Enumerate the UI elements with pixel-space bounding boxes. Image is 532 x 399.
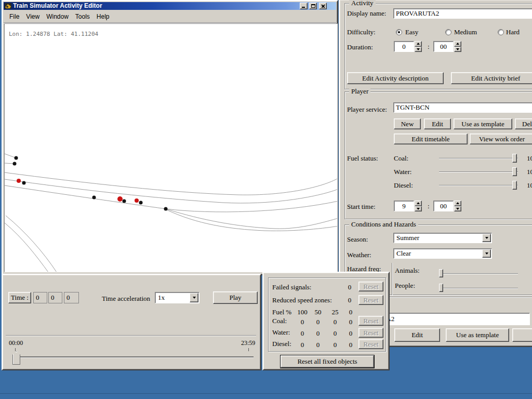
water-val-0: 0 xyxy=(345,329,356,338)
edit-timetable-button[interactable]: Edit timetable xyxy=(394,134,468,144)
animals-slider-thumb[interactable] xyxy=(439,269,443,277)
window-title: Train Simulator Activity Editor xyxy=(13,2,102,9)
player-use-as-template-button[interactable]: Use as template xyxy=(454,118,512,129)
spin-down-icon xyxy=(454,47,461,52)
start-time-colon: : xyxy=(428,202,430,210)
fuel-water-slider-track[interactable] xyxy=(439,171,518,172)
menu-file[interactable]: File xyxy=(9,13,19,20)
activity-group-label: Activity xyxy=(349,0,376,7)
route-canvas[interactable]: Lon: 1.24878 Lat: 41.11204 xyxy=(4,23,338,272)
fuel-coal-value: 100 xyxy=(527,154,532,163)
reduced-speed-zones-reset-button[interactable]: Reset xyxy=(358,295,383,305)
menu-window[interactable]: Window xyxy=(46,13,69,20)
fuel-water-value: 100 xyxy=(527,168,532,176)
diesel-val-50: 0 xyxy=(312,341,324,349)
menu-view[interactable]: View xyxy=(26,13,39,20)
weather-dropdown[interactable]: Clear xyxy=(393,248,492,259)
coal-val-25: 0 xyxy=(328,318,342,326)
maximize-button[interactable] xyxy=(309,3,317,9)
people-slider-thumb[interactable] xyxy=(439,284,443,292)
difficulty-radio-hard[interactable] xyxy=(498,29,504,35)
service-new-button[interactable]: New xyxy=(512,328,532,342)
fuel-diesel-slider-thumb[interactable] xyxy=(512,181,517,190)
title-bar[interactable]: Train Simulator Activity Editor xyxy=(4,2,336,10)
player-edit-button[interactable]: Edit xyxy=(424,118,451,129)
time-hours-field[interactable]: 0 xyxy=(33,292,47,303)
player-new-button[interactable]: New xyxy=(394,118,421,129)
diesel-reset-button[interactable]: Reset xyxy=(358,339,383,349)
fuel-col-25: 25 xyxy=(328,308,342,316)
fuel-col-100: 100 xyxy=(295,308,310,316)
menu-help[interactable]: Help xyxy=(97,13,110,20)
chevron-down-icon[interactable] xyxy=(190,293,198,302)
fuel-percent-label: Fuel % xyxy=(272,308,291,316)
weather-label: Weather: xyxy=(347,251,371,259)
people-slider-track[interactable] xyxy=(439,288,518,289)
menu-bar: File View Window Tools Help xyxy=(4,10,336,22)
fuel-diesel-value: 100 xyxy=(527,181,532,190)
service-use-as-template-button[interactable]: Use as template xyxy=(446,328,509,342)
time-acceleration-label: Time acceleration xyxy=(102,295,150,303)
fuel-coal-slider-track[interactable] xyxy=(439,158,518,159)
start-hours-spinner[interactable]: 9 xyxy=(394,201,422,211)
start-minutes-spinner[interactable]: 00 xyxy=(433,201,461,211)
start-time-label: Start time: xyxy=(347,203,376,211)
minimize-button[interactable] xyxy=(300,3,308,9)
editor-window: Train Simulator Activity Editor File Vie… xyxy=(2,0,338,275)
animals-label: Animals: xyxy=(395,267,420,275)
difficulty-radio-easy[interactable] xyxy=(396,29,402,35)
fuel-diesel-label: Diesel: xyxy=(394,181,413,190)
chevron-down-icon[interactable] xyxy=(482,234,491,242)
play-button[interactable]: Play xyxy=(213,291,258,304)
season-dropdown[interactable]: Summer xyxy=(393,233,492,243)
coal-reset-button[interactable]: Reset xyxy=(358,316,383,326)
fuel-water-label: Water: xyxy=(394,168,411,176)
fuel-coal-label: Coal: xyxy=(394,154,408,163)
fuel-col-0: 0 xyxy=(345,308,356,316)
time-seconds-field[interactable]: 0 xyxy=(64,292,79,303)
water-val-50: 0 xyxy=(312,329,324,338)
player-delete-button[interactable]: Delete xyxy=(515,118,532,129)
time-acceleration-dropdown[interactable]: 1x xyxy=(155,292,200,303)
duration-label: Duration: xyxy=(347,43,373,51)
reset-all-fixed-objects-button[interactable]: Reset all fixed objects xyxy=(281,355,374,368)
timeline-end-label: 23:59 xyxy=(241,339,255,347)
edit-activity-brief-button[interactable]: Edit Activity brief xyxy=(451,72,532,84)
display-name-input[interactable]: PROVARUTA2 xyxy=(393,8,532,19)
edit-activity-description-button[interactable]: Edit Activity description xyxy=(347,72,444,84)
reduced-speed-zones-count: 0 xyxy=(345,296,354,304)
view-work-order-button[interactable]: View work order xyxy=(470,134,532,144)
coal-val-50: 0 xyxy=(312,318,324,326)
app-icon xyxy=(5,3,11,9)
animals-slider-track[interactable] xyxy=(439,273,518,274)
display-name-label: Display name: xyxy=(347,9,386,18)
diesel-val-100: 0 xyxy=(295,341,310,349)
fuel-water-slider-thumb[interactable] xyxy=(512,167,517,176)
failed-signals-label: Failed signals: xyxy=(272,283,311,291)
player-service-input[interactable]: TGNT-BCN xyxy=(393,102,532,113)
service-edit-button[interactable]: Edit xyxy=(394,328,440,342)
chevron-down-icon[interactable] xyxy=(482,249,491,258)
timeline-slider-thumb[interactable] xyxy=(12,351,20,365)
close-button[interactable] xyxy=(319,3,327,9)
spin-up-icon xyxy=(454,41,461,47)
desktop: Train Simulator Activity Editor File Vie… xyxy=(0,0,532,399)
timeline-start-label: 00:00 xyxy=(9,339,23,347)
spin-down-icon xyxy=(415,47,422,52)
failed-signals-reset-button[interactable]: Reset xyxy=(358,282,383,291)
duration-minutes-spinner[interactable]: 00 xyxy=(433,41,461,52)
timeline-slider-track[interactable] xyxy=(14,356,254,358)
player-group-label: Player xyxy=(349,87,370,96)
difficulty-radio-medium[interactable] xyxy=(445,29,451,35)
water-reset-button[interactable]: Reset xyxy=(358,328,383,338)
fuel-coal-slider-thumb[interactable] xyxy=(512,154,517,163)
time-minutes-field[interactable]: 0 xyxy=(48,292,62,303)
fuel-diesel-slider-track[interactable] xyxy=(439,185,518,186)
reset-status-panel: Failed signals: 0 Reset Reduced speed zo… xyxy=(262,272,390,370)
menu-tools[interactable]: Tools xyxy=(75,13,90,20)
time-label-box: Time : xyxy=(8,292,31,303)
duration-hours-spinner[interactable]: 0 xyxy=(394,41,422,52)
conditions-group-label: Conditions and Hazards xyxy=(349,220,418,229)
player-service-label: Player service: xyxy=(347,105,387,114)
time-control-panel: Time : 0 0 0 Time acceleration 1x Play 0… xyxy=(2,274,261,370)
